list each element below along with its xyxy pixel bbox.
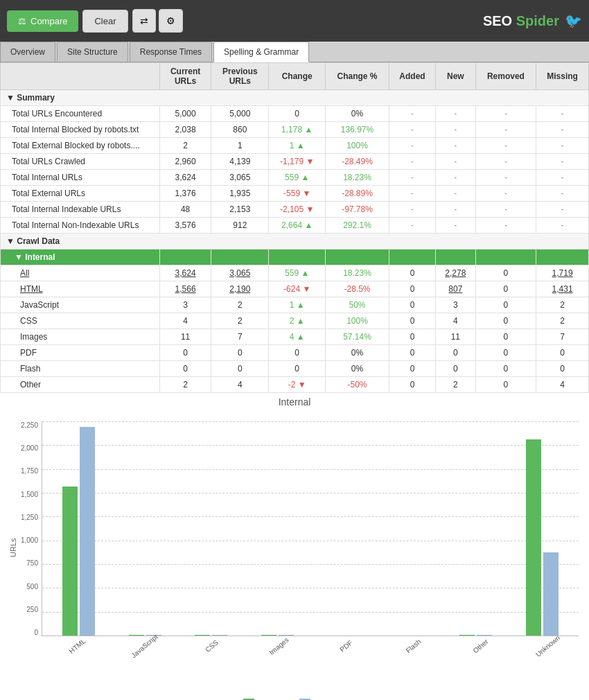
bar-group xyxy=(62,421,95,636)
bar-previous xyxy=(543,552,559,636)
row-internal-header: ▼ Internal xyxy=(1,250,589,265)
row-summary-header: ▼ Summary xyxy=(1,90,589,106)
col-header-label xyxy=(1,63,160,90)
swap-icon: ⇄ xyxy=(140,15,148,26)
y-tick: 500 xyxy=(10,583,38,590)
col-header-current: CurrentURLs xyxy=(160,63,211,90)
table-row: HTML1,5662,190-624 ▼-28.5%080701,431 xyxy=(1,281,589,297)
compare-label: Compare xyxy=(30,16,67,26)
col-header-new: New xyxy=(435,63,475,90)
logo-seo: SEO xyxy=(483,13,512,28)
y-tick: 1,750 xyxy=(10,467,38,475)
col-header-previous: PreviousURLs xyxy=(211,63,269,90)
x-axis-labels: HTMLJavaScriptCSSImagesPDFFlashOtherUnkn… xyxy=(42,636,579,692)
clear-button[interactable]: Clear xyxy=(82,10,128,33)
clear-label: Clear xyxy=(94,16,116,26)
row-crawl-data-header: ▼ Crawl Data xyxy=(1,234,589,250)
table-row: Total Internal Indexable URLs482,153-2,1… xyxy=(1,202,589,218)
compare-icon: ⚖ xyxy=(18,16,26,26)
table-row: JavaScript321 ▲50%0302 xyxy=(1,297,589,313)
logo-spider: Spider xyxy=(516,13,559,28)
bar-current xyxy=(526,439,541,636)
tab-spelling-grammar[interactable]: Spelling & Grammar xyxy=(213,42,309,62)
tab-response-times[interactable]: Response Times xyxy=(130,42,212,62)
tab-site-structure[interactable]: Site Structure xyxy=(57,42,128,62)
table-row: Total URLs Crawled2,9604,139-1,179 ▼-28.… xyxy=(1,154,589,170)
bar-group xyxy=(129,421,161,636)
y-tick: 750 xyxy=(10,559,38,567)
bar-current xyxy=(459,635,475,636)
y-tick: 1,250 xyxy=(10,514,38,521)
header: ⚖ Compare Clear ⇄ ⚙ SEO Spider 🐦 xyxy=(0,0,589,42)
table-row: Total External Blocked by robots....211 … xyxy=(1,138,589,154)
table-row: Total External URLs1,3761,935-559 ▼-28.8… xyxy=(1,186,589,202)
bars-area xyxy=(42,421,579,636)
col-header-removed: Removed xyxy=(475,63,536,90)
table-row: Total Internal URLs3,6243,065559 ▲18.23%… xyxy=(1,170,589,186)
bar-group xyxy=(394,421,426,636)
table-row: Other24-2 ▼-50%0204 xyxy=(1,377,589,393)
table-row: Total URLs Encountered5,0005,00000%---- xyxy=(1,106,589,122)
y-tick: 2,250 xyxy=(10,421,38,429)
col-header-change-pct: Change % xyxy=(325,63,389,90)
col-header-added: Added xyxy=(389,63,436,90)
y-tick: 1,000 xyxy=(10,536,38,544)
chart-title: Internal xyxy=(3,396,586,408)
bar-group xyxy=(195,421,227,636)
table-row: PDF0000%0000 xyxy=(1,345,589,361)
bar-current xyxy=(261,635,276,636)
bar-group xyxy=(261,421,294,636)
chart-wrapper: Internal URLs 2,2502,0001,7501,5001,2501… xyxy=(0,393,589,700)
y-axis-ticks: 2,2502,0001,7501,5001,2501,0007505002500 xyxy=(10,421,38,636)
data-table-container: CurrentURLs PreviousURLs Change Change %… xyxy=(0,62,589,393)
bar-group xyxy=(327,421,360,636)
table-row: Images1174 ▲57.14%01107 xyxy=(1,329,589,345)
bar-previous xyxy=(80,427,95,636)
col-header-missing: Missing xyxy=(536,63,589,90)
tab-overview[interactable]: Overview xyxy=(0,42,55,62)
y-tick: 250 xyxy=(10,606,38,613)
twitter-icon[interactable]: 🐦 xyxy=(565,12,582,29)
settings-button[interactable]: ⚙ xyxy=(159,9,183,33)
chart-plot-area xyxy=(42,421,579,636)
table-row: Flash0000%0000 xyxy=(1,361,589,377)
bar-group xyxy=(459,421,492,636)
compare-button[interactable]: ⚖ Compare xyxy=(7,10,78,32)
y-tick: 1,500 xyxy=(10,491,38,498)
y-tick: 2,000 xyxy=(10,444,38,452)
bar-group xyxy=(526,421,559,636)
data-table: CurrentURLs PreviousURLs Change Change %… xyxy=(0,62,589,393)
bar-current xyxy=(62,487,78,636)
table-row: Total Internal Blocked by robots.txt2,03… xyxy=(1,122,589,138)
y-tick: 0 xyxy=(10,629,38,636)
col-header-change: Change xyxy=(269,63,325,90)
app-logo: SEO Spider xyxy=(483,13,559,29)
swap-button[interactable]: ⇄ xyxy=(132,9,156,33)
table-row: All3,6243,065559 ▲18.23%02,27801,719 xyxy=(1,265,589,281)
bar-current xyxy=(129,635,144,636)
bar-current xyxy=(195,635,210,636)
table-row: CSS422 ▲100%0402 xyxy=(1,313,589,329)
gear-icon: ⚙ xyxy=(166,15,175,26)
table-row: Total Internal Non-Indexable URLs3,57691… xyxy=(1,218,589,234)
tab-bar: Overview Site Structure Response Times S… xyxy=(0,42,589,62)
header-right: SEO Spider 🐦 xyxy=(483,12,582,29)
